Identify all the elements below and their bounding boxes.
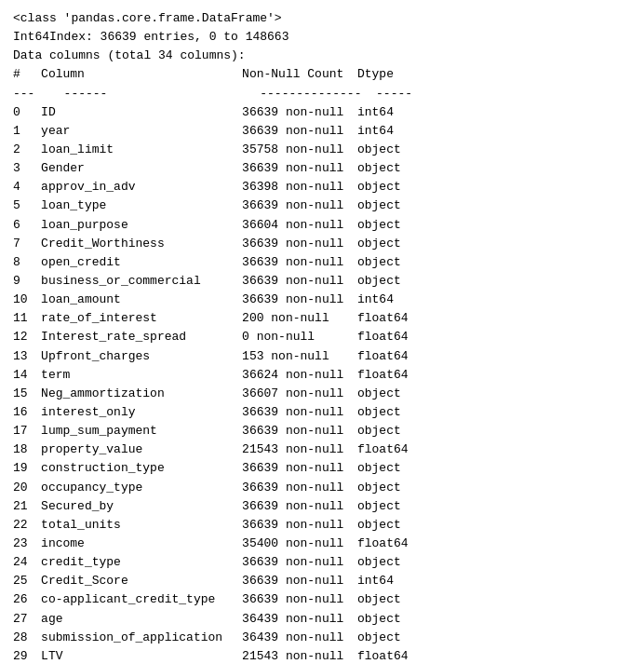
cell-column: income [41,535,242,553]
table-row: 2 loan_limit 35758 non-null object [13,141,418,159]
cell-column: co-applicant_credit_type [41,590,242,609]
cell-column: property_value [41,440,242,459]
cell-column: term [41,366,242,385]
cell-num: 10 [13,291,41,309]
cell-num: 15 [13,385,41,403]
table-row: 7 Credit_Worthiness 36639 non-null objec… [13,235,418,253]
cell-dtype: object [357,516,418,535]
table-row: 28 submission_of_application 36439 non-n… [13,629,418,647]
cell-count: 36639 non-null [242,479,357,497]
cell-dtype: object [357,629,418,647]
meta-line-1: <class 'pandas.core.frame.DataFrame'> [13,9,631,28]
cell-column: business_or_commercial [41,272,242,291]
cell-count: 36639 non-null [242,272,357,291]
cell-num: 28 [13,629,41,647]
cell-dtype: int64 [357,291,418,309]
cell-dtype: int64 [357,572,418,590]
cell-count: 36639 non-null [242,291,357,309]
cell-dtype: float64 [357,440,418,459]
table-row: 6 loan_purpose 36604 non-null object [13,216,418,235]
table-row: 11 rate_of_interest 200 non-null float64 [13,309,418,328]
cell-count: 36639 non-null [242,516,357,535]
cell-column: approv_in_adv [41,178,242,196]
cell-count: 200 non-null [242,309,357,328]
cell-num: 27 [13,610,41,629]
cell-num: 19 [13,459,41,478]
cell-num: 18 [13,440,41,459]
cell-num: 11 [13,309,41,328]
table-row: 25 Credit_Score 36639 non-null int64 [13,572,418,590]
cell-dtype: object [357,253,418,272]
cell-num: 13 [13,347,41,366]
cell-column: age [41,610,242,629]
cell-column: occupancy_type [41,479,242,497]
cell-num: 8 [13,253,41,272]
cell-count: 36639 non-null [242,196,357,215]
table-row: 19 construction_type 36639 non-null obje… [13,459,418,478]
header-count: Non-Null Count [242,65,357,84]
cell-count: 36639 non-null [242,122,357,141]
cell-column: year [41,122,242,141]
meta-line-3: Data columns (total 34 columns): [13,47,631,65]
cell-num: 9 [13,272,41,291]
table-row: 16 interest_only 36639 non-null object [13,403,418,422]
table-row: 27 age 36439 non-null object [13,610,418,629]
cell-count: 36604 non-null [242,216,357,235]
cell-dtype: object [357,497,418,516]
cell-dtype: float64 [357,535,418,553]
cell-count: 36639 non-null [242,422,357,440]
cell-column: Interest_rate_spread [41,328,242,346]
cell-column: Neg_ammortization [41,385,242,403]
table-row: 12 Interest_rate_spread 0 non-null float… [13,328,418,346]
cell-num: 20 [13,479,41,497]
cell-dtype: object [357,385,418,403]
cell-dtype: object [357,590,418,609]
cell-count: 36639 non-null [242,572,357,590]
cell-dtype: float64 [357,366,418,385]
table-row: 4 approv_in_adv 36398 non-null object [13,178,418,196]
table-header-row: # Column Non-Null Count Dtype [13,65,418,84]
cell-column: LTV [41,647,242,664]
cell-num: 6 [13,216,41,235]
cell-num: 24 [13,553,41,572]
cell-count: 35758 non-null [242,141,357,159]
table-row: 1 year 36639 non-null int64 [13,122,418,141]
cell-num: 14 [13,366,41,385]
cell-dtype: object [357,272,418,291]
cell-dtype: object [357,178,418,196]
table-row: 20 occupancy_type 36639 non-null object [13,479,418,497]
cell-num: 0 [13,103,41,122]
cell-num: 3 [13,159,41,178]
header-num: # [13,65,41,84]
table-row: 23 income 35400 non-null float64 [13,535,418,553]
cell-column: Credit_Worthiness [41,235,242,253]
cell-num: 5 [13,196,41,215]
cell-num: 4 [13,178,41,196]
cell-count: 153 non-null [242,347,357,366]
cell-count: 36639 non-null [242,403,357,422]
cell-count: 36639 non-null [242,235,357,253]
table-row: 13 Upfront_charges 153 non-null float64 [13,347,418,366]
cell-count: 36639 non-null [242,459,357,478]
table-row: 8 open_credit 36639 non-null object [13,253,418,272]
cell-column: loan_type [41,196,242,215]
cell-num: 21 [13,497,41,516]
cell-dtype: object [357,459,418,478]
cell-count: 36624 non-null [242,366,357,385]
cell-column: Gender [41,159,242,178]
cell-column: rate_of_interest [41,309,242,328]
meta-line-2: Int64Index: 36639 entries, 0 to 148663 [13,28,631,47]
cell-dtype: object [357,422,418,440]
table-row: 0 ID 36639 non-null int64 [13,103,418,122]
table-row: 22 total_units 36639 non-null object [13,516,418,535]
table-row: 17 lump_sum_payment 36639 non-null objec… [13,422,418,440]
header-column: Column [41,65,242,84]
cell-count: 0 non-null [242,328,357,346]
cell-column: loan_limit [41,141,242,159]
cell-dtype: object [357,141,418,159]
table-row: 18 property_value 21543 non-null float64 [13,440,418,459]
cell-column: ID [41,103,242,122]
cell-column: total_units [41,516,242,535]
cell-dtype: object [357,196,418,215]
cell-column: submission_of_application [41,629,242,647]
